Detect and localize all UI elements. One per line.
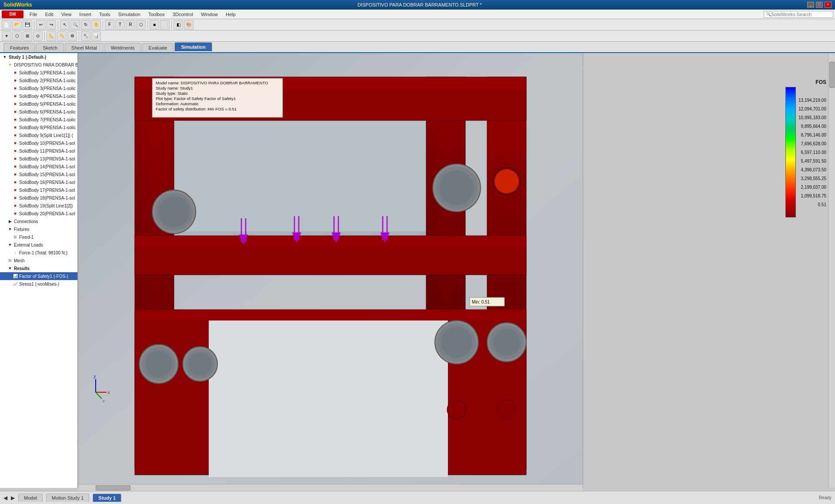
toolbar2-btn9[interactable]: 📊 xyxy=(91,31,101,41)
body-20[interactable]: ■ SolidBody 20(PRENSA-1-sol xyxy=(0,210,77,217)
body-5[interactable]: ■ SolidBody 5(PRENSA-1-solic xyxy=(0,100,77,108)
menu-help[interactable]: Help xyxy=(222,11,239,18)
minimize-btn[interactable]: _ xyxy=(807,2,814,8)
horizontal-scrollbar[interactable] xyxy=(78,484,583,491)
menu-tools[interactable]: Tools xyxy=(96,11,114,18)
tab-features[interactable]: Features xyxy=(3,43,35,52)
body-16[interactable]: ■ SolidBody 16(PRENSA-1-sol xyxy=(0,178,77,186)
tree-connections[interactable]: ▶ Connections xyxy=(0,217,77,225)
body-10[interactable]: ■ SolidBody 10(PRENSA-1-sol xyxy=(0,139,77,147)
sep4 xyxy=(147,20,148,29)
search-input[interactable] xyxy=(771,12,823,17)
body-14[interactable]: ■ SolidBody 14(PRENSA-1-sol xyxy=(0,163,77,170)
vertical-scrollbar[interactable] xyxy=(828,53,835,488)
body-8[interactable]: ■ SolidBody 8(PRENSA-1-solic xyxy=(0,123,77,131)
menu-insert[interactable]: Insert xyxy=(76,11,95,18)
menu-toolbox[interactable]: Toolbox xyxy=(145,11,168,18)
toolbar-pan[interactable]: ✋ xyxy=(91,20,101,30)
toolbar2-btn8[interactable]: 🔧 xyxy=(81,31,90,41)
body-9[interactable]: ■ SolidBody 9(Split Line1[1]) ( xyxy=(0,131,77,139)
tab-evaluate[interactable]: Evaluate xyxy=(142,43,174,52)
toolbar1: 📄 📂 💾 ↩ ↪ ↖ 🔍 ↻ ✋ F T R ⬡ ■ ⬜ ◧ 🎨 xyxy=(0,19,835,30)
tab-simulation[interactable]: Simulation xyxy=(174,42,212,52)
toolbar2-btn7[interactable]: ⚙ xyxy=(67,31,77,41)
toolbar-select[interactable]: ↖ xyxy=(60,20,70,30)
toolbar2-btn2[interactable]: ⬡ xyxy=(12,31,22,41)
bottom-tab-study[interactable]: Study 1 xyxy=(93,494,121,502)
menu-view[interactable]: View xyxy=(58,11,75,18)
toolbar-view-front[interactable]: F xyxy=(105,20,114,30)
tree-stress1[interactable]: 📈 Stress1 (-vonMises-) xyxy=(0,280,77,288)
toolbar-open[interactable]: 📂 xyxy=(12,20,22,30)
svg-text:Min: 0.51: Min: 0.51 xyxy=(472,300,490,304)
tab-sketch[interactable]: Sketch xyxy=(36,43,64,52)
bottom-nav-left[interactable]: ◀ xyxy=(3,495,7,501)
toolbar2-btn5[interactable]: 📐 xyxy=(47,31,56,41)
toolbar-section[interactable]: ◧ xyxy=(174,20,183,30)
body-icon-11: ■ xyxy=(12,148,18,154)
toolbar2-btn1[interactable]: ✦ xyxy=(2,31,11,41)
toolbar2-btn3[interactable]: ⊞ xyxy=(23,31,32,41)
tree-fos1[interactable]: 📊 Factor of Safety1 (-FOS-) xyxy=(0,272,77,280)
tree-study-root[interactable]: ▼ Study 1 (-Default-) xyxy=(0,53,77,61)
tree-mesh[interactable]: ⊞ Mesh xyxy=(0,257,77,264)
viewport-3d[interactable]: + - ⊡ ↻ ✛ ▼ ⊙ ◧ 💡 🖼 xyxy=(78,53,583,488)
body-6[interactable]: ■ SolidBody 6(PRENSA-1-solic xyxy=(0,108,77,116)
scroll-thumb-v[interactable] xyxy=(829,62,835,88)
toolbar-shade[interactable]: ■ xyxy=(150,20,159,30)
toolbar-redo[interactable]: ↪ xyxy=(47,20,56,30)
body-19[interactable]: ■ SolidBody 19(Split Line1[2]) xyxy=(0,202,77,210)
menu-simulation[interactable]: Simulation xyxy=(115,11,144,18)
menu-window[interactable]: Window xyxy=(197,11,221,18)
bottom-tab-motion[interactable]: Motion Study 1 xyxy=(46,494,89,502)
toolbar-save[interactable]: 💾 xyxy=(23,20,32,30)
close-btn[interactable]: × xyxy=(825,2,832,8)
menu-file[interactable]: File xyxy=(26,11,41,18)
sep3 xyxy=(103,20,103,29)
body-label-10: SolidBody 10(PRENSA-1-sol xyxy=(19,141,75,146)
tree-fixtures[interactable]: ▼ Fixtures xyxy=(0,225,77,233)
tree-main-part[interactable]: ▼ DISPOSITIVO PARA DOBRAR B xyxy=(0,61,77,69)
tab-weldments[interactable]: Weldments xyxy=(104,43,141,52)
svg-point-32 xyxy=(145,350,172,377)
tree-ext-loads[interactable]: ▼ External Loads xyxy=(0,241,77,249)
tree-fixed-1[interactable]: ⊠ Fixed-1 xyxy=(0,233,77,241)
body-18[interactable]: ■ SolidBody 18(PRENSA-1-sol xyxy=(0,194,77,202)
tree-results[interactable]: ▼ Results xyxy=(0,264,77,272)
toolbar-view-right[interactable]: R xyxy=(126,20,135,30)
maximize-btn[interactable]: □ xyxy=(816,2,823,8)
menu-edit[interactable]: Edit xyxy=(42,11,57,18)
body-2[interactable]: ■ SolidBody 2(PRENSA-1-solic xyxy=(0,77,77,84)
force-label: Force-1 (Total: 98100 N;) xyxy=(19,250,67,255)
tree-force-1[interactable]: ↓ Force-1 (Total: 98100 N;) xyxy=(0,249,77,257)
body-4[interactable]: ■ SolidBody 4(PRENSA-1-solic xyxy=(0,92,77,100)
toolbar-rotate[interactable]: ↻ xyxy=(81,20,90,30)
menu-3dcontrol[interactable]: 3Dcontrol xyxy=(169,11,197,18)
toolbar2-btn4[interactable]: ⊙ xyxy=(33,31,43,41)
toolbar-wireframe[interactable]: ⬜ xyxy=(160,20,170,30)
body-icon-15: ■ xyxy=(12,171,18,177)
bottom-tab-model[interactable]: Model xyxy=(18,494,43,502)
toolbar-appearance[interactable]: 🎨 xyxy=(184,20,194,30)
bottom-nav-right[interactable]: ▶ xyxy=(11,495,15,501)
svg-rect-13 xyxy=(135,310,526,320)
body-13[interactable]: ■ SolidBody 13(PRENSA-1-sol xyxy=(0,155,77,163)
scale-val-8: 5,497,591.50 xyxy=(798,157,826,165)
body-11[interactable]: ■ SolidBody 11(PRENSA-1-sol xyxy=(0,147,77,155)
body-3[interactable]: ■ SolidBody 3(PRENSA-1-solic xyxy=(0,84,77,92)
body-17[interactable]: ■ SolidBody 17(PRENSA-1-sol xyxy=(0,186,77,194)
ext-loads-label: External Loads xyxy=(14,243,43,247)
fos-label: Factor of Safety1 (-FOS-) xyxy=(19,274,68,279)
toolbar-zoom[interactable]: 🔍 xyxy=(70,20,80,30)
connections-label: Connections xyxy=(14,219,38,224)
toolbar-undo[interactable]: ↩ xyxy=(36,20,46,30)
body-15[interactable]: ■ SolidBody 15(PRENSA-1-sol xyxy=(0,170,77,178)
toolbar2-btn6[interactable]: 📏 xyxy=(57,31,67,41)
body-1[interactable]: ■ SolidBody 1(PRENSA-1-solic xyxy=(0,69,77,77)
body-7[interactable]: ■ SolidBody 7(PRENSA-1-solic xyxy=(0,116,77,123)
toolbar-view-top[interactable]: T xyxy=(115,20,125,30)
toolbar-view-iso[interactable]: ⬡ xyxy=(136,20,146,30)
toolbar-new[interactable]: 📄 xyxy=(2,20,11,30)
tab-sheet-metal[interactable]: Sheet Metal xyxy=(65,43,104,52)
scroll-thumb-h[interactable] xyxy=(96,485,130,491)
